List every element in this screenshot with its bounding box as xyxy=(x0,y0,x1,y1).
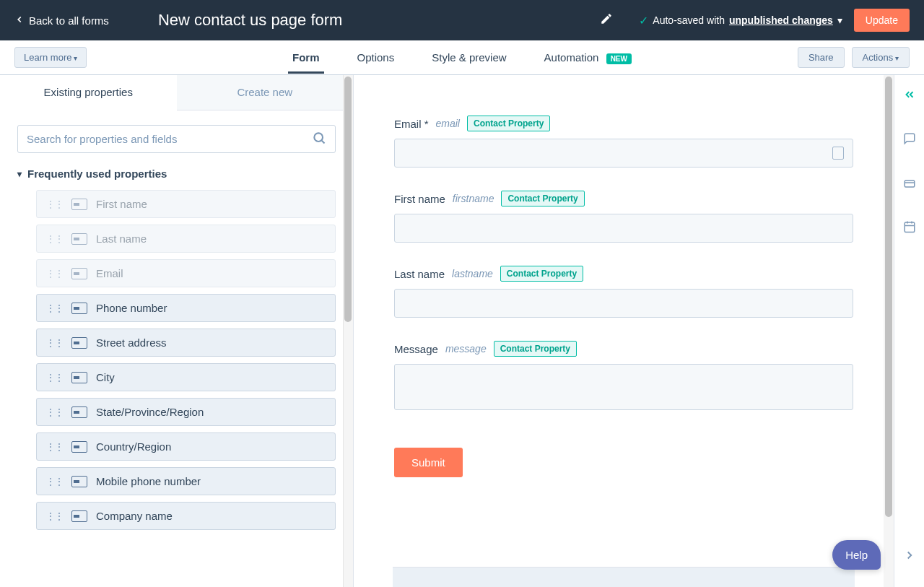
tab-automation-label: Automation xyxy=(544,51,599,64)
field-label-row: Last namelastnameContact Property xyxy=(394,266,853,282)
text-field-icon xyxy=(71,268,87,279)
property-item: ⋮⋮Email xyxy=(36,259,336,287)
submit-button[interactable]: Submit xyxy=(394,448,463,477)
contact-card-icon xyxy=(832,147,844,160)
canvas-scrollbar-thumb[interactable] xyxy=(885,77,892,517)
collapse-panel-icon[interactable] xyxy=(903,88,916,105)
menu-center-tabs: Form Options Style & preview Automation … xyxy=(288,42,636,73)
actions-button[interactable]: Actions xyxy=(852,47,910,68)
contact-property-badge: Contact Property xyxy=(500,266,583,282)
svg-line-1 xyxy=(322,140,325,143)
text-field-icon xyxy=(71,476,87,487)
property-label: Mobile phone number xyxy=(96,475,201,487)
frequently-used-header[interactable]: ▾ Frequently used properties xyxy=(0,168,353,190)
tab-automation[interactable]: Automation NEW xyxy=(540,42,636,73)
property-label: Street address xyxy=(96,336,167,349)
canvas-scrollbar[interactable] xyxy=(884,75,894,587)
autosave-status[interactable]: ✓ Auto-saved with unpublished changes ▾ xyxy=(639,14,842,27)
text-field-icon xyxy=(71,372,87,383)
property-item[interactable]: ⋮⋮Street address xyxy=(36,329,336,357)
tab-existing-properties[interactable]: Existing properties xyxy=(0,75,177,110)
drag-handle-icon[interactable]: ⋮⋮ xyxy=(45,441,63,453)
drag-handle-icon: ⋮⋮ xyxy=(45,199,63,210)
field-input[interactable] xyxy=(394,364,853,410)
property-item[interactable]: ⋮⋮State/Province/Region xyxy=(36,398,336,426)
form-field[interactable]: MessagemessageContact Property xyxy=(394,341,853,410)
top-bar: Back to all forms New contact us page fo… xyxy=(0,0,924,40)
drag-handle-icon[interactable]: ⋮⋮ xyxy=(45,476,63,487)
drag-handle-icon[interactable]: ⋮⋮ xyxy=(45,303,63,314)
field-label: Email * xyxy=(394,118,429,130)
drag-handle-icon[interactable]: ⋮⋮ xyxy=(45,337,63,349)
property-label: First name xyxy=(96,198,147,210)
form-field[interactable]: First namefirstnameContact Property xyxy=(394,191,853,243)
tab-create-new[interactable]: Create new xyxy=(177,75,354,110)
drag-handle-icon[interactable]: ⋮⋮ xyxy=(45,406,63,418)
share-button[interactable]: Share xyxy=(798,47,845,68)
menu-right: Share Actions xyxy=(798,47,910,68)
text-field-icon xyxy=(71,406,87,418)
drag-handle-icon[interactable]: ⋮⋮ xyxy=(45,510,63,522)
tab-options[interactable]: Options xyxy=(353,42,399,73)
sidebar-scrollbar-thumb[interactable] xyxy=(344,77,352,322)
property-item[interactable]: ⋮⋮Country/Region xyxy=(36,432,336,461)
field-slug: email xyxy=(436,118,460,129)
search-input[interactable] xyxy=(27,126,312,152)
field-label: Last name xyxy=(394,268,445,280)
field-input[interactable] xyxy=(394,289,853,318)
text-field-icon xyxy=(71,441,87,453)
property-item[interactable]: ⋮⋮Company name xyxy=(36,502,336,530)
sidebar-left: Existing properties Create new ▾ Frequen… xyxy=(0,75,354,587)
property-list: ⋮⋮First name⋮⋮Last name⋮⋮Email⋮⋮Phone nu… xyxy=(0,190,353,536)
menu-bar: Learn more Form Options Style & preview … xyxy=(0,40,924,75)
field-label-row: First namefirstnameContact Property xyxy=(394,191,853,206)
autosave-link: unpublished changes xyxy=(729,14,833,26)
edit-title-icon[interactable] xyxy=(600,12,613,28)
drag-handle-icon: ⋮⋮ xyxy=(45,268,63,279)
field-slug: message xyxy=(445,343,487,355)
learn-more-button[interactable]: Learn more xyxy=(14,47,87,68)
property-item[interactable]: ⋮⋮Phone number xyxy=(36,294,336,322)
contact-property-badge: Contact Property xyxy=(494,341,577,357)
update-button[interactable]: Update xyxy=(854,9,910,32)
workspace: Existing properties Create new ▾ Frequen… xyxy=(0,75,924,587)
svg-rect-4 xyxy=(905,222,915,232)
svg-point-0 xyxy=(314,133,323,142)
property-label: Email xyxy=(96,267,123,279)
help-button[interactable]: Help xyxy=(832,540,881,570)
canvas-bottom-bar xyxy=(393,567,855,587)
form-title[interactable]: New contact us page form xyxy=(158,11,343,30)
search-icon[interactable] xyxy=(312,131,326,148)
topbar-right: ✓ Auto-saved with unpublished changes ▾ … xyxy=(600,9,910,32)
text-field-icon xyxy=(71,303,87,314)
sidebar-right xyxy=(894,75,924,587)
menu-left: Learn more xyxy=(14,47,87,68)
contact-property-badge: Contact Property xyxy=(501,191,584,206)
field-slug: firstname xyxy=(453,193,494,204)
svg-rect-2 xyxy=(905,181,915,187)
property-item[interactable]: ⋮⋮Mobile phone number xyxy=(36,467,336,495)
property-item[interactable]: ⋮⋮City xyxy=(36,363,336,391)
chevron-right-icon[interactable] xyxy=(903,549,916,565)
form-field[interactable]: Last namelastnameContact Property xyxy=(394,266,853,318)
checkmark-icon: ✓ xyxy=(639,14,648,27)
field-input[interactable] xyxy=(394,214,853,243)
back-to-forms-link[interactable]: Back to all forms xyxy=(14,14,109,27)
drag-handle-icon[interactable]: ⋮⋮ xyxy=(45,372,63,383)
form-field[interactable]: Email *emailContact Property xyxy=(394,116,853,168)
sidebar-scrollbar[interactable] xyxy=(343,75,353,587)
inbox-icon[interactable] xyxy=(903,176,916,193)
field-input[interactable] xyxy=(394,139,853,168)
contact-property-badge: Contact Property xyxy=(467,116,550,131)
topbar-left: Back to all forms New contact us page fo… xyxy=(14,11,342,30)
calendar-icon[interactable] xyxy=(903,220,916,237)
property-label: State/Province/Region xyxy=(96,406,204,418)
tab-style-preview[interactable]: Style & preview xyxy=(427,42,510,73)
text-field-icon xyxy=(71,337,87,349)
text-field-icon xyxy=(71,199,87,210)
field-slug: lastname xyxy=(452,268,493,279)
search-box xyxy=(17,125,336,153)
chat-icon[interactable] xyxy=(903,132,916,149)
tab-form[interactable]: Form xyxy=(288,42,324,73)
property-label: Country/Region xyxy=(96,440,171,453)
